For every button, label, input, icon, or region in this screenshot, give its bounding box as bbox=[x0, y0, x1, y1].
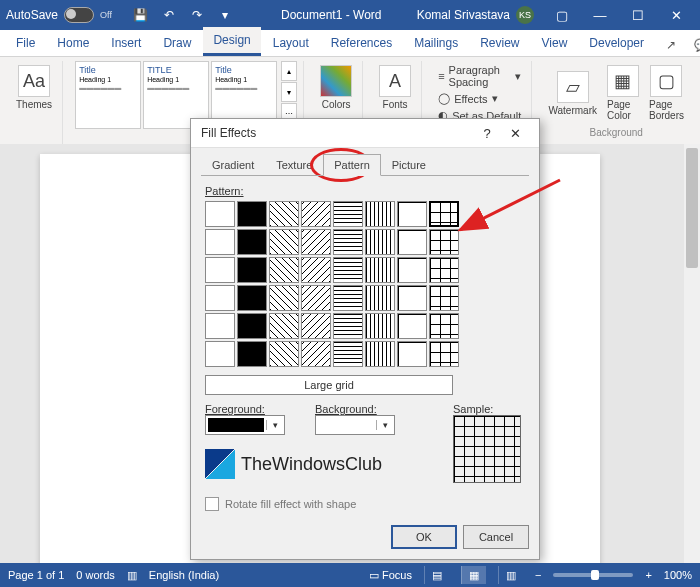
pattern-swatch[interactable] bbox=[269, 285, 299, 311]
pattern-swatch[interactable] bbox=[365, 229, 395, 255]
scroll-thumb[interactable] bbox=[686, 148, 698, 268]
tab-draw[interactable]: Draw bbox=[153, 30, 201, 56]
pattern-swatch[interactable] bbox=[205, 313, 235, 339]
pattern-swatch[interactable] bbox=[365, 257, 395, 283]
pattern-swatch[interactable] bbox=[429, 341, 459, 367]
gallery-up-icon[interactable]: ▴ bbox=[281, 61, 297, 81]
tab-file[interactable]: File bbox=[6, 30, 45, 56]
comments-icon[interactable]: 💬 bbox=[686, 34, 700, 56]
tab-mailings[interactable]: Mailings bbox=[404, 30, 468, 56]
pattern-swatch[interactable] bbox=[269, 257, 299, 283]
chevron-down-icon[interactable]: ▾ bbox=[266, 420, 283, 430]
ok-button[interactable]: OK bbox=[391, 525, 457, 549]
tab-insert[interactable]: Insert bbox=[101, 30, 151, 56]
watermark-button[interactable]: ▱Watermark bbox=[544, 61, 601, 125]
focus-button[interactable]: ▭ Focus bbox=[369, 569, 412, 582]
pattern-swatch[interactable] bbox=[333, 341, 363, 367]
pattern-swatch[interactable] bbox=[301, 341, 331, 367]
page-borders-button[interactable]: ▢Page Borders bbox=[645, 61, 688, 125]
account-button[interactable]: Komal Srivastava KS bbox=[417, 6, 534, 24]
pattern-swatch[interactable] bbox=[205, 257, 235, 283]
tab-pattern[interactable]: Pattern bbox=[323, 154, 380, 176]
tab-references[interactable]: References bbox=[321, 30, 402, 56]
pattern-swatch[interactable] bbox=[397, 257, 427, 283]
pattern-swatch[interactable] bbox=[397, 341, 427, 367]
close-icon[interactable]: ✕ bbox=[501, 126, 529, 141]
pattern-swatch[interactable] bbox=[205, 285, 235, 311]
pattern-swatch[interactable] bbox=[301, 257, 331, 283]
pattern-swatch[interactable] bbox=[269, 201, 299, 227]
minimize-icon[interactable]: ― bbox=[582, 4, 618, 26]
save-icon[interactable]: 💾 bbox=[130, 4, 152, 26]
tab-gradient[interactable]: Gradient bbox=[201, 154, 265, 176]
page-info[interactable]: Page 1 of 1 bbox=[8, 569, 64, 581]
effects-button[interactable]: ◯ Effects ▾ bbox=[434, 91, 525, 106]
pattern-swatch[interactable] bbox=[333, 201, 363, 227]
foreground-color-picker[interactable]: ▾ bbox=[205, 415, 285, 435]
pattern-swatch[interactable] bbox=[269, 229, 299, 255]
pattern-swatch[interactable] bbox=[301, 313, 331, 339]
cancel-button[interactable]: Cancel bbox=[463, 525, 529, 549]
pattern-swatch[interactable] bbox=[301, 229, 331, 255]
pattern-swatch[interactable] bbox=[237, 229, 267, 255]
vertical-scrollbar[interactable] bbox=[684, 144, 700, 563]
proofing-icon[interactable]: ▥ bbox=[127, 569, 137, 582]
pattern-swatch[interactable] bbox=[365, 201, 395, 227]
maximize-icon[interactable]: ☐ bbox=[620, 4, 656, 26]
pattern-swatch[interactable] bbox=[397, 201, 427, 227]
tab-view[interactable]: View bbox=[532, 30, 578, 56]
pattern-swatch[interactable] bbox=[301, 201, 331, 227]
help-icon[interactable]: ? bbox=[473, 126, 501, 141]
tab-review[interactable]: Review bbox=[470, 30, 529, 56]
tab-developer[interactable]: Developer bbox=[579, 30, 654, 56]
pattern-swatch[interactable] bbox=[237, 313, 267, 339]
word-count[interactable]: 0 words bbox=[76, 569, 115, 581]
pattern-swatch[interactable] bbox=[397, 229, 427, 255]
zoom-in-icon[interactable]: + bbox=[645, 569, 651, 581]
checkbox-icon[interactable] bbox=[205, 497, 219, 511]
tab-home[interactable]: Home bbox=[47, 30, 99, 56]
fonts-button[interactable]: A Fonts bbox=[375, 61, 415, 114]
web-layout-icon[interactable]: ▥ bbox=[498, 566, 523, 584]
language[interactable]: English (India) bbox=[149, 569, 219, 581]
background-color-picker[interactable]: ▾ bbox=[315, 415, 395, 435]
tab-picture[interactable]: Picture bbox=[381, 154, 437, 176]
tab-layout[interactable]: Layout bbox=[263, 30, 319, 56]
colors-button[interactable]: Colors bbox=[316, 61, 356, 114]
undo-icon[interactable]: ↶ bbox=[158, 4, 180, 26]
print-layout-icon[interactable]: ▦ bbox=[461, 566, 486, 584]
pattern-swatch[interactable] bbox=[365, 285, 395, 311]
autosave-toggle[interactable]: AutoSave Off bbox=[6, 7, 112, 23]
pattern-swatch[interactable] bbox=[237, 341, 267, 367]
pattern-swatch[interactable] bbox=[269, 341, 299, 367]
read-mode-icon[interactable]: ▤ bbox=[424, 566, 449, 584]
zoom-level[interactable]: 100% bbox=[664, 569, 692, 581]
redo-icon[interactable]: ↷ bbox=[186, 4, 208, 26]
pattern-swatch[interactable] bbox=[333, 313, 363, 339]
tab-design[interactable]: Design bbox=[203, 27, 260, 56]
gallery-down-icon[interactable]: ▾ bbox=[281, 82, 297, 102]
close-icon[interactable]: ✕ bbox=[658, 4, 694, 26]
pattern-swatch[interactable] bbox=[237, 285, 267, 311]
pattern-swatch[interactable] bbox=[237, 201, 267, 227]
pattern-swatch[interactable] bbox=[397, 313, 427, 339]
pattern-swatch[interactable] bbox=[429, 285, 459, 311]
qat-dropdown-icon[interactable]: ▾ bbox=[214, 4, 236, 26]
zoom-slider[interactable] bbox=[553, 573, 633, 577]
pattern-swatch[interactable] bbox=[429, 257, 459, 283]
pattern-swatch[interactable] bbox=[429, 313, 459, 339]
pattern-swatch[interactable] bbox=[205, 229, 235, 255]
pattern-swatch[interactable] bbox=[333, 285, 363, 311]
share-icon[interactable]: ↗ bbox=[658, 34, 684, 56]
pattern-swatch[interactable] bbox=[429, 229, 459, 255]
pattern-swatch[interactable] bbox=[237, 257, 267, 283]
pattern-swatch[interactable] bbox=[365, 313, 395, 339]
pattern-swatch[interactable] bbox=[205, 341, 235, 367]
pattern-swatch[interactable] bbox=[333, 257, 363, 283]
rotate-checkbox-row[interactable]: Rotate fill effect with shape bbox=[205, 497, 356, 511]
pattern-swatch[interactable] bbox=[365, 341, 395, 367]
pattern-swatch[interactable] bbox=[397, 285, 427, 311]
pattern-swatch[interactable] bbox=[269, 313, 299, 339]
pattern-swatch[interactable] bbox=[429, 201, 459, 227]
toggle-off-icon[interactable] bbox=[64, 7, 94, 23]
